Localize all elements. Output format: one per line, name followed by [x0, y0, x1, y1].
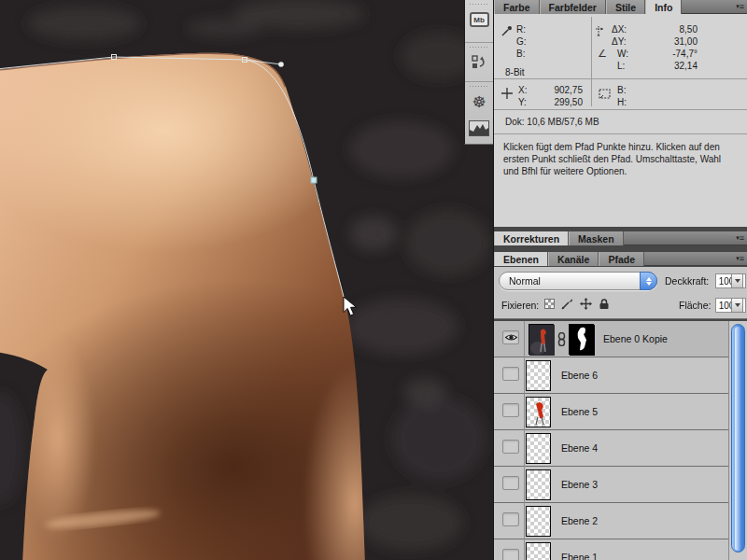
- layer-name: Ebene 4: [561, 442, 598, 454]
- layer-comps-icon[interactable]: [465, 51, 493, 74]
- layer-thumbnail[interactable]: [526, 469, 551, 500]
- lock-transparency-icon[interactable]: [544, 299, 555, 309]
- layers-controls: Normal Deckkraft: 100% Fixieren:: [494, 267, 747, 319]
- layer-thumbnail[interactable]: [526, 433, 551, 464]
- document-size: Dok: 10,6 MB/57,6 MB: [505, 117, 599, 127]
- layer-thumbnail[interactable]: [529, 324, 554, 355]
- visibility-toggle[interactable]: [502, 403, 519, 417]
- visibility-toggle[interactable]: [502, 367, 519, 381]
- fill-label: Fläche:: [679, 300, 711, 311]
- path-anchor-point-selected: [311, 177, 317, 183]
- info-panel-tabbar: Farbe Farbfelder Stile Info ▾≡: [494, 0, 747, 14]
- layer-row-ebene-2[interactable]: Ebene 2: [494, 503, 728, 539]
- path-direction-handle: [278, 62, 284, 67]
- panel-grip[interactable]: [469, 3, 489, 7]
- panel-grip[interactable]: [469, 85, 489, 89]
- layer-name: Ebene 1: [561, 552, 598, 560]
- tab-stile[interactable]: Stile: [606, 0, 645, 14]
- opacity-dropdown-button[interactable]: [731, 273, 743, 288]
- layer-name: Ebene 0 Kopie: [603, 333, 668, 344]
- panel-menu-icon[interactable]: ▾≡: [726, 231, 747, 245]
- eye-icon: [504, 332, 518, 343]
- rgb-readout: R: G: B:: [516, 23, 527, 60]
- position-labels: X: Y:: [518, 84, 527, 108]
- visibility-toggle[interactable]: [502, 549, 519, 560]
- stepper-icon: [640, 272, 657, 290]
- canvas-image: [0, 0, 493, 560]
- layer-row-ebene-0-kopie[interactable]: Ebene 0 Kopie: [494, 321, 728, 357]
- lock-pixels-icon[interactable]: [561, 298, 573, 310]
- tab-masken[interactable]: Masken: [569, 231, 624, 245]
- layer-name: Ebene 5: [561, 406, 598, 417]
- layer-row-ebene-1[interactable]: Ebene 1: [494, 539, 728, 560]
- position-values: 902,75 299,50: [531, 84, 583, 108]
- blend-mode-select[interactable]: Normal: [499, 272, 657, 290]
- delta-values: 8,50 31,00 -74,7° 32,14: [634, 23, 698, 72]
- layer-mask-thumbnail[interactable]: [569, 324, 594, 355]
- crosshair-icon: [501, 88, 514, 100]
- lock-position-icon[interactable]: [580, 298, 592, 310]
- layer-row-ebene-4[interactable]: Ebene 4: [494, 430, 728, 467]
- navigator-icon[interactable]: ☸: [465, 91, 493, 113]
- right-panel-dock: Farbe Farbfelder Stile Info ▾≡ R: G: B: …: [493, 0, 747, 560]
- delta-move-icon: [595, 25, 607, 37]
- layer-thumbnail[interactable]: [526, 397, 551, 427]
- layer-name: Ebene 3: [561, 479, 598, 490]
- layer-thumbnail[interactable]: [526, 506, 551, 537]
- tab-farbe[interactable]: Farbe: [494, 0, 540, 14]
- layer-name: Ebene 6: [561, 370, 598, 381]
- panel-menu-icon[interactable]: ▾≡: [726, 0, 747, 13]
- visibility-toggle[interactable]: [502, 512, 519, 526]
- tab-farbfelder[interactable]: Farbfelder: [540, 0, 606, 14]
- layers-scrollbar[interactable]: [728, 321, 747, 560]
- tab-korrekturen[interactable]: Korrekturen: [494, 231, 569, 245]
- layer-thumbnail[interactable]: [526, 360, 551, 391]
- tab-info[interactable]: Info: [645, 0, 682, 14]
- layer-list: Ebene 0 Kopie Ebene 6 Ebene 5: [494, 321, 747, 560]
- visibility-toggle[interactable]: [502, 330, 519, 344]
- layers-tabbar: Ebenen Kanäle Pfade ▾≡: [494, 252, 747, 266]
- mini-bridge-icon[interactable]: Mb: [465, 8, 493, 31]
- panel-menu-icon[interactable]: ▾≡: [726, 252, 747, 265]
- info-panel: R: G: B: 8-Bit ΔX: ΔY: W: L: ∠ 8,50 31,0…: [494, 14, 747, 227]
- photoshop-window: Mb ☸: [0, 0, 747, 560]
- visibility-toggle[interactable]: [502, 476, 519, 490]
- lock-label: Fixieren:: [501, 300, 539, 311]
- layer-name: Ebene 2: [561, 515, 598, 526]
- tool-hint-text: Klicken fügt dem Pfad Punkte hinzu. Klic…: [503, 141, 737, 177]
- delta-labels: ΔX: ΔY: W: L:: [612, 23, 628, 72]
- histogram-icon[interactable]: [465, 117, 493, 139]
- panel-grip[interactable]: [469, 46, 489, 49]
- tab-ebenen[interactable]: Ebenen: [494, 252, 548, 266]
- opacity-label: Deckkraft:: [665, 275, 709, 287]
- layer-row-ebene-3[interactable]: Ebene 3: [494, 467, 728, 503]
- layer-row-ebene-5[interactable]: Ebene 5: [494, 394, 728, 430]
- bounds-labels: B: H:: [617, 84, 627, 108]
- panel-icon-strip: Mb ☸: [464, 0, 493, 145]
- angle-icon: ∠: [598, 48, 607, 60]
- layer-row-ebene-6[interactable]: Ebene 6: [494, 357, 728, 394]
- lock-all-icon[interactable]: [599, 298, 610, 310]
- document-canvas[interactable]: [0, 0, 493, 560]
- mask-link-icon[interactable]: [557, 332, 566, 346]
- tab-kanaele[interactable]: Kanäle: [548, 252, 599, 266]
- visibility-toggle[interactable]: [502, 440, 519, 454]
- eyedropper-icon: [501, 25, 513, 36]
- bounds-icon: [599, 88, 612, 100]
- adjustments-tabbar: Korrekturen Masken ▾≡: [494, 231, 747, 245]
- tab-pfade[interactable]: Pfade: [599, 252, 644, 266]
- fill-dropdown-button[interactable]: [731, 298, 743, 313]
- layer-thumbnail[interactable]: [526, 542, 551, 560]
- scrollbar-thumb[interactable]: [731, 324, 745, 553]
- bit-depth: 8-Bit: [505, 67, 525, 77]
